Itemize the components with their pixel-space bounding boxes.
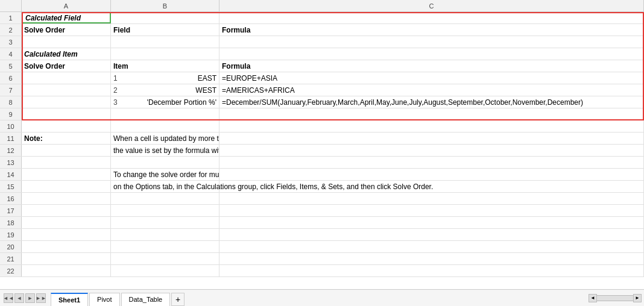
cell-a20[interactable] (22, 241, 111, 252)
scroll-right-button[interactable]: ► (633, 294, 642, 302)
table-row: 22 (0, 265, 644, 277)
row-number: 9 (0, 108, 22, 120)
cell-a17[interactable] (22, 205, 111, 216)
scroll-left-button[interactable]: ◄ (589, 294, 597, 302)
cell-c11[interactable] (219, 133, 644, 144)
cell-a7[interactable] (22, 84, 111, 96)
cell-c5[interactable]: Formula (219, 60, 644, 72)
cell-b4[interactable] (111, 48, 219, 60)
nav-first-button[interactable]: ◄◄ (4, 293, 13, 303)
table-row: 21 (0, 253, 644, 265)
cell-b10[interactable] (111, 120, 219, 132)
table-row: 16 (0, 193, 644, 205)
row-number: 10 (0, 120, 22, 132)
cell-c14[interactable] (219, 169, 644, 180)
cell-c4[interactable] (219, 48, 644, 60)
cell-b22[interactable] (111, 265, 219, 276)
cell-b8[interactable]: 3'December Portion %' (111, 96, 219, 108)
cell-a2[interactable]: Solve Order (22, 24, 111, 36)
cell-a8[interactable] (22, 96, 111, 108)
cell-c20[interactable] (219, 241, 644, 252)
cell-c13[interactable] (219, 157, 644, 168)
table-row: 6 1EAST =EUROPE+ASIA (0, 72, 644, 84)
cell-b20[interactable] (111, 241, 219, 252)
cell-c12[interactable] (219, 145, 644, 156)
cell-c2[interactable]: Formula (219, 24, 644, 36)
table-row: 3 (0, 36, 644, 48)
cell-c19[interactable] (219, 229, 644, 240)
cell-c22[interactable] (219, 265, 644, 276)
tab-pivot[interactable]: Pivot (89, 293, 119, 306)
cell-a18[interactable] (22, 217, 111, 228)
table-row: 5 Solve Order Item Formula (0, 60, 644, 72)
cell-b2[interactable]: Field (111, 24, 219, 36)
row-number: 7 (0, 84, 22, 96)
cell-a4[interactable]: Calculated Item (22, 48, 111, 60)
cell-c9[interactable] (219, 108, 644, 120)
add-sheet-button[interactable]: + (171, 293, 185, 306)
col-header-b: B (111, 0, 219, 11)
cell-a15[interactable] (22, 181, 111, 192)
cell-c18[interactable] (219, 217, 644, 228)
cell-b11[interactable]: When a cell is updated by more than one … (111, 133, 219, 144)
cell-c6[interactable]: =EUROPE+ASIA (219, 72, 644, 84)
row-number: 22 (0, 265, 22, 276)
cell-b7[interactable]: 2WEST (111, 84, 219, 96)
nav-prev-button[interactable]: ◄ (14, 293, 24, 303)
tab-sheet1[interactable]: Sheet1 (51, 293, 88, 306)
cell-a10[interactable] (22, 120, 111, 132)
horizontal-scrollbar: ◄ ► (589, 294, 642, 302)
cell-b1[interactable] (111, 12, 219, 23)
cell-b19[interactable] (111, 229, 219, 240)
row-number: 20 (0, 241, 22, 252)
cell-b21[interactable] (111, 253, 219, 264)
cell-a22[interactable] (22, 265, 111, 276)
cell-b15[interactable]: on the Options tab, in the Calculations … (111, 181, 219, 192)
cell-a5[interactable]: Solve Order (22, 60, 111, 72)
cell-b13[interactable] (111, 157, 219, 168)
tab-data-table[interactable]: Data_Table (121, 293, 171, 306)
cell-c15[interactable] (219, 181, 644, 192)
cell-a21[interactable] (22, 253, 111, 264)
cell-c16[interactable] (219, 193, 644, 204)
cell-a12[interactable] (22, 145, 111, 156)
row-number: 15 (0, 181, 22, 192)
nav-last-button[interactable]: ►► (36, 293, 46, 303)
col-header-a: A (22, 0, 111, 11)
cell-c17[interactable] (219, 205, 644, 216)
cell-a9[interactable] (22, 108, 111, 120)
cell-c21[interactable] (219, 253, 644, 264)
cell-a1[interactable]: Calculated Field (22, 12, 111, 23)
row-number: 8 (0, 96, 22, 108)
cell-b12[interactable]: the value is set by the formula with the… (111, 145, 219, 156)
cell-a16[interactable] (22, 193, 111, 204)
cell-b16[interactable] (111, 193, 219, 204)
cell-b18[interactable] (111, 217, 219, 228)
cell-b14[interactable]: To change the solve order for multiple c… (111, 169, 219, 180)
cell-b3[interactable] (111, 36, 219, 48)
row-number: 2 (0, 24, 22, 36)
cell-b17[interactable] (111, 205, 219, 216)
scroll-thumb[interactable] (597, 295, 633, 301)
cell-b5[interactable]: Item (111, 60, 219, 72)
cell-c7[interactable]: =AMERICAS+AFRICA (219, 84, 644, 96)
cell-c10[interactable] (219, 120, 644, 132)
cell-a13[interactable] (22, 157, 111, 168)
cell-c3[interactable] (219, 36, 644, 48)
table-row: 10 (0, 120, 644, 133)
cell-a14[interactable] (22, 169, 111, 180)
table-row: 19 (0, 229, 644, 241)
cell-c1[interactable] (219, 12, 644, 23)
table-row: 9 (0, 108, 644, 120)
cell-a19[interactable] (22, 229, 111, 240)
nav-next-button[interactable]: ► (25, 293, 35, 303)
table-row: 4 Calculated Item (0, 48, 644, 60)
cell-b6[interactable]: 1EAST (111, 72, 219, 84)
cell-a6[interactable] (22, 72, 111, 84)
table-row: 17 (0, 205, 644, 217)
cell-a11[interactable]: Note: (22, 133, 111, 144)
row-number: 16 (0, 193, 22, 204)
cell-c8[interactable]: =December/SUM(January,February,March,Apr… (219, 96, 644, 108)
cell-b9[interactable] (111, 108, 219, 120)
cell-a3[interactable] (22, 36, 111, 48)
